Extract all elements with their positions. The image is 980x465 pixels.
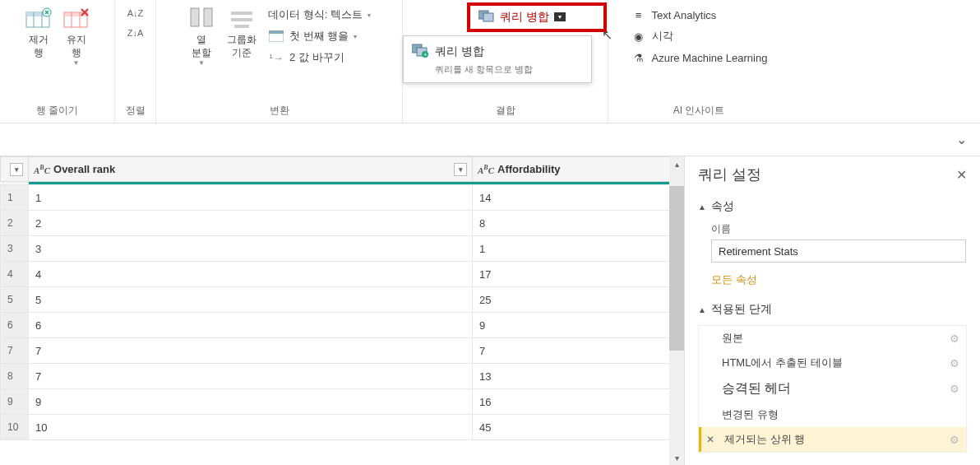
table-row[interactable]: 7 7 7 (1, 338, 684, 364)
split-column-button[interactable]: 열 분할 ▼ (184, 4, 219, 70)
row-number-cell: 2 (1, 211, 29, 236)
row-number-cell: 8 (1, 364, 29, 389)
remove-rows-label: 제거 행 (29, 34, 49, 59)
merge-queries-dropdown: + 쿼리 병합 쿼리를 새 항목으로 병합 (403, 35, 592, 83)
first-row-header-button[interactable]: 첫 번째 행을 ▾ (265, 27, 374, 45)
gear-icon[interactable]: ⚙ (950, 434, 959, 446)
row-number-cell: 4 (1, 262, 29, 287)
cell-overall-rank[interactable]: 4 (29, 262, 473, 287)
row-number-cell: 6 (1, 313, 29, 338)
query-settings-pane: 쿼리 설정 ✕ ▲ 속성 이름 모든 속성 ▲ 적용된 단계 원본 ⚙ (684, 156, 980, 465)
cell-overall-rank[interactable]: 7 (29, 338, 473, 364)
cell-affordability[interactable]: 8 (473, 211, 684, 236)
remove-rows-button[interactable]: 제거 행 (21, 4, 56, 61)
ribbon: 제거 행 유지 행 ▼ 행 줄이기 A↓Z Z↓A 정렬 (0, 0, 980, 123)
group-by-icon (228, 6, 256, 30)
cell-overall-rank[interactable]: 3 (29, 236, 473, 262)
applied-steps-label: 적용된 단계 (711, 302, 772, 317)
sort-asc-button[interactable]: A↓Z (127, 6, 144, 21)
step-promoted-headers[interactable]: 승격된 헤더 ⚙ (699, 375, 966, 402)
cell-overall-rank[interactable]: 9 (29, 389, 473, 415)
merge-new-subtitle: 쿼리를 새 항목으로 병합 (412, 63, 583, 76)
merge-queries-button[interactable]: 쿼리 병합 ▾ (470, 6, 603, 28)
cell-overall-rank[interactable]: 1 (29, 185, 473, 211)
text-analytics-icon: ≡ (631, 7, 647, 22)
cell-affordability[interactable]: 14 (473, 185, 684, 211)
data-type-button[interactable]: 데이터 형식: 텍스트 ▾ (265, 6, 374, 24)
table-row[interactable]: 4 4 17 (1, 262, 684, 287)
cell-affordability[interactable]: 13 (473, 364, 684, 389)
col1-filter-button[interactable]: ▾ (454, 163, 467, 176)
cell-affordability[interactable]: 25 (473, 287, 684, 313)
properties-section-header[interactable]: ▲ 속성 (698, 199, 967, 214)
column-header-affordability[interactable]: ABC Affordability (473, 157, 684, 182)
table-row[interactable]: 3 3 1 (1, 236, 684, 262)
vision-icon: ◉ (631, 29, 647, 44)
all-properties-link[interactable]: 모든 속성 (711, 272, 757, 287)
ribbon-group-ai: ≡ Text Analytics ◉ 시각 ⚗ Azure Machine Le… (608, 0, 789, 123)
merge-new-icon: + (412, 43, 428, 60)
table-row[interactable]: 1 1 14 (1, 185, 684, 211)
table-row[interactable]: 10 10 45 (1, 415, 684, 440)
text-type-icon: ABC (34, 164, 50, 175)
gear-icon[interactable]: ⚙ (950, 383, 959, 395)
ribbon-group-combine: 쿼리 병합 ▾ ↖ + 쿼리 병합 쿼리를 새 항목으로 병합 결합 (403, 0, 608, 123)
step-changed-type[interactable]: 변경된 유형 (699, 402, 966, 427)
text-type-icon: ABC (478, 164, 494, 175)
step-extracted-table[interactable]: HTML에서 추출된 테이블 ⚙ (699, 351, 966, 375)
cell-affordability[interactable]: 9 (473, 313, 684, 338)
keep-rows-button[interactable]: 유지 행 ▼ (59, 4, 94, 70)
gear-icon[interactable]: ⚙ (950, 332, 959, 345)
close-settings-button[interactable]: ✕ (956, 167, 967, 183)
cell-overall-rank[interactable]: 6 (29, 313, 473, 338)
merge-dropdown-arrow[interactable]: ▾ (554, 12, 566, 21)
properties-label: 속성 (711, 199, 734, 214)
scroll-down-icon[interactable]: ▾ (669, 450, 684, 465)
cell-affordability[interactable]: 16 (473, 389, 684, 415)
aml-button[interactable]: ⚗ Azure Machine Learning (627, 49, 771, 67)
vertical-scrollbar[interactable]: ▴ ▾ (669, 156, 684, 465)
cell-overall-rank[interactable]: 5 (29, 287, 473, 313)
row-number-cell: 1 (1, 185, 29, 211)
merge-queries-label: 쿼리 병합 (500, 10, 549, 25)
col1-label: Overall rank (53, 163, 115, 175)
step-source[interactable]: 원본 ⚙ (699, 326, 966, 351)
replace-values-button[interactable]: ¹→ 2 값 바꾸기 (265, 49, 374, 67)
table-row[interactable]: 9 9 16 (1, 389, 684, 415)
merge-new-title: 쿼리 병합 (435, 44, 484, 59)
cell-affordability[interactable]: 7 (473, 338, 684, 364)
cell-affordability[interactable]: 17 (473, 262, 684, 287)
table-row[interactable]: 6 6 9 (1, 313, 684, 338)
scroll-thumb[interactable] (669, 186, 684, 351)
gear-icon[interactable]: ⚙ (950, 357, 959, 370)
table-row[interactable]: 5 5 25 (1, 287, 684, 313)
step-removed-top-rows[interactable]: ✕ 제거되는 상위 행 ⚙ (699, 427, 966, 452)
keep-rows-icon (62, 6, 90, 30)
cell-affordability[interactable]: 45 (473, 415, 684, 440)
merge-new-item[interactable]: + 쿼리 병합 (412, 43, 583, 60)
query-settings-title: 쿼리 설정 (698, 165, 761, 184)
expand-formula-button[interactable]: ⌄ (956, 132, 967, 147)
applied-steps-header[interactable]: ▲ 적용된 단계 (698, 302, 967, 317)
sort-group-label: 정렬 (122, 100, 149, 123)
cell-overall-rank[interactable]: 2 (29, 211, 473, 236)
row-number-cell: 3 (1, 236, 29, 262)
vision-button[interactable]: ◉ 시각 (627, 27, 771, 45)
sort-desc-button[interactable]: Z↓A (127, 26, 144, 40)
cell-overall-rank[interactable]: 10 (29, 415, 473, 440)
data-type-label: 데이터 형식: 텍스트 (268, 7, 363, 22)
table-row[interactable]: 2 2 8 (1, 211, 684, 236)
text-analytics-button[interactable]: ≡ Text Analytics (627, 6, 771, 24)
table-options-button[interactable]: ▾ (10, 163, 23, 176)
group-by-label: 그룹화 기준 (227, 34, 257, 59)
query-name-input[interactable] (711, 239, 966, 263)
delete-step-button[interactable]: ✕ (706, 434, 714, 445)
table-row[interactable]: 8 7 13 (1, 364, 684, 389)
first-row-label: 첫 번째 행을 (289, 29, 349, 44)
cell-overall-rank[interactable]: 7 (29, 364, 473, 389)
svg-rect-12 (231, 18, 252, 21)
group-by-button[interactable]: 그룹화 기준 (222, 4, 261, 61)
cell-affordability[interactable]: 1 (473, 236, 684, 262)
column-header-overall-rank[interactable]: ABC Overall rank ▾ (29, 157, 473, 182)
scroll-up-icon[interactable]: ▴ (669, 156, 684, 171)
